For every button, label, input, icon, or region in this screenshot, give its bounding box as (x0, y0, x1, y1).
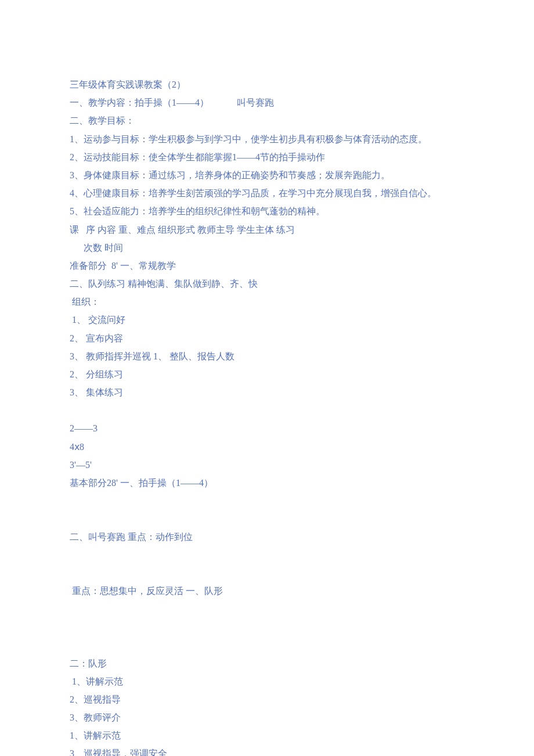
line-content-2: 二、教学目标： (70, 111, 464, 129)
spacer (70, 492, 464, 528)
line-count-1: 2——3 (70, 419, 464, 437)
line-basic-2: 二、叫号赛跑 重点：动作到位 (70, 528, 464, 546)
line-prep-1: 准备部分 8' 一、常规教学 (70, 257, 464, 275)
spacer (70, 600, 464, 654)
spacer (70, 546, 464, 582)
line-header-1: 课 序 内容 重、难点 组织形式 教师主导 学生主体 练习 (70, 221, 464, 239)
line-teach-1: 1、讲解示范 (70, 672, 464, 690)
line-teach-2: 2、巡视指导 (70, 690, 464, 708)
line-item-4: 2、 分组练习 (70, 365, 464, 383)
line-title: 三年级体育实践课教案（2） (70, 75, 464, 93)
line-time-1: 3'—5' (70, 456, 464, 474)
line-item-2: 2、 宣布内容 (70, 329, 464, 347)
line-prep-2: 二、队列练习 精神饱满、集队做到静、齐、快 (70, 275, 464, 293)
line-item-1: 1、 交流问好 (70, 311, 464, 329)
line-goal-1: 1、运动参与目标：学生积极参与到学习中，使学生初步具有积极参与体育活动的态度。 (70, 130, 464, 148)
line-teach-5: 3、巡视指导，强调安全 (70, 744, 464, 756)
line-basic-1: 基本部分28' 一、拍手操（1——4） (70, 474, 464, 492)
line-goal-4: 4、心理健康目标：培养学生刻苦顽强的学习品质，在学习中充分展现自我，增强自信心。 (70, 184, 464, 202)
line-goal-3: 3、身体健康目标：通过练习，培养身体的正确姿势和节奏感；发展奔跑能力。 (70, 166, 464, 184)
line-content-1: 一、教学内容：拍手操（1——4） 叫号赛跑 (70, 93, 464, 111)
line-teach-3: 3、教师评介 (70, 708, 464, 726)
line-item-3: 3、 教师指挥并巡视 1、 整队、报告人数 (70, 347, 464, 365)
line-item-5: 3、 集体练习 (70, 383, 464, 401)
line-count-2: 4ⅹ8 (70, 438, 464, 456)
line-form-2: 二：队形 (70, 654, 464, 672)
line-teach-4: 1、讲解示范 (70, 726, 464, 744)
line-goal-2: 2、运动技能目标：使全体学生都能掌握1——4节的拍手操动作 (70, 148, 464, 166)
line-org: 组织： (70, 293, 464, 311)
line-focus-1: 重点：思想集中，反应灵活 一、队形 (70, 582, 464, 600)
line-goal-5: 5、社会适应能力：培养学生的组织纪律性和朝气蓬勃的精神。 (70, 202, 464, 220)
line-header-2: 次数 时间 (70, 239, 464, 257)
spacer (70, 401, 464, 419)
